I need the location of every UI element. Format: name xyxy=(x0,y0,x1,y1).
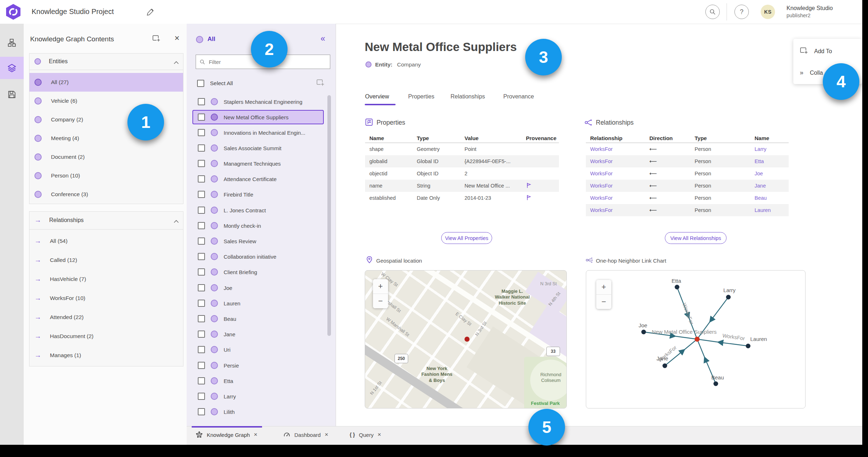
collapse-entities-chevron-up-icon[interactable] xyxy=(174,59,179,66)
list-item[interactable]: Client Briefing xyxy=(192,265,324,279)
item-checkbox[interactable] xyxy=(198,346,205,353)
item-checkbox[interactable] xyxy=(198,253,205,260)
list-item[interactable]: Managment Techniques xyxy=(192,156,324,171)
avatar[interactable]: KS xyxy=(761,5,775,19)
edit-title-pencil-icon[interactable] xyxy=(146,8,154,17)
relationship-type-row-all[interactable]: → All (54) xyxy=(29,231,183,250)
relationship-link[interactable]: WorksFor xyxy=(590,158,649,164)
list-item[interactable]: Joe xyxy=(192,281,324,295)
list-item[interactable]: Lilith xyxy=(192,405,324,419)
view-all-properties-button[interactable]: View All Properties xyxy=(441,232,492,244)
tab-knowledge-graph[interactable]: Knowledge Graph × xyxy=(196,431,257,438)
tab-query[interactable]: { } Query × xyxy=(350,431,381,438)
add-selection-to-map-icon[interactable] xyxy=(316,79,325,88)
relationship-link[interactable]: WorksFor xyxy=(590,207,649,213)
related-name-link[interactable]: Larry xyxy=(755,146,789,152)
list-item[interactable]: Persie xyxy=(192,358,324,373)
item-checkbox[interactable] xyxy=(198,191,205,198)
item-checkbox[interactable] xyxy=(198,237,205,245)
save-rail-button[interactable] xyxy=(0,83,24,106)
view-all-relationships-button[interactable]: View All Relationships xyxy=(665,232,727,244)
collapse-relationships-chevron-up-icon[interactable] xyxy=(174,218,179,225)
close-panel-button[interactable]: × xyxy=(174,33,179,43)
link-chart-canvas[interactable]: WorksFor WorksFor WorksFor Etta Larry Jo… xyxy=(586,270,806,408)
relationship-type-row-hasvehicle[interactable]: → HasVehicle (7) xyxy=(29,269,183,288)
close-tab-icon[interactable]: × xyxy=(378,431,381,438)
entity-type-row-person[interactable]: Person (10) xyxy=(29,166,183,185)
list-item[interactable]: Jane xyxy=(192,327,324,341)
list-item[interactable]: Attendance Certificate xyxy=(192,172,324,186)
node-beau[interactable] xyxy=(714,382,718,386)
node-jane[interactable] xyxy=(663,364,667,368)
tab-relationships[interactable]: Relationships xyxy=(451,93,485,100)
tab-overview[interactable]: Overview xyxy=(365,93,389,100)
map-canvas[interactable]: W Clay St Marshall St W Marshall St E Cl… xyxy=(365,270,567,408)
item-checkbox[interactable] xyxy=(198,114,205,121)
item-checkbox[interactable] xyxy=(198,98,205,105)
list-item[interactable]: Etta xyxy=(192,374,324,388)
related-name-link[interactable]: Lauren xyxy=(755,207,789,213)
relationship-type-row-hasdocument[interactable]: → HasDocument (2) xyxy=(29,327,183,346)
item-checkbox[interactable] xyxy=(198,408,205,415)
list-item[interactable]: Uri xyxy=(192,342,324,357)
relationship-link[interactable]: WorksFor xyxy=(590,146,649,152)
list-item[interactable]: Staplers Mechanical Engineering xyxy=(192,94,324,109)
close-tab-icon[interactable]: × xyxy=(325,431,328,438)
relationship-type-row-called[interactable]: → Called (12) xyxy=(29,250,183,269)
item-checkbox[interactable] xyxy=(198,315,205,322)
expand-rail-button[interactable]: » xyxy=(0,435,24,445)
list-item[interactable]: Sales Review xyxy=(192,234,324,248)
item-checkbox[interactable] xyxy=(198,144,205,152)
item-checkbox[interactable] xyxy=(198,222,205,229)
close-tab-icon[interactable]: × xyxy=(254,431,257,438)
zoom-out-button[interactable]: − xyxy=(596,294,611,309)
tab-provenance[interactable]: Provenance xyxy=(503,93,534,100)
tab-properties[interactable]: Properties xyxy=(408,93,434,100)
related-name-link[interactable]: Joe xyxy=(755,171,789,176)
item-checkbox[interactable] xyxy=(198,377,205,384)
list-item[interactable]: Firebird Title xyxy=(192,187,324,202)
relationship-link[interactable]: WorksFor xyxy=(590,195,649,201)
list-item[interactable]: Beau xyxy=(192,311,324,326)
relationship-type-row-worksfor[interactable]: → WorksFor (10) xyxy=(29,288,183,308)
collapse-list-panel-button[interactable]: « xyxy=(321,34,325,43)
relationship-type-row-attended[interactable]: → Attended (22) xyxy=(29,308,183,327)
collapse-panel-button[interactable]: » Colla xyxy=(800,69,823,77)
new-map-icon[interactable] xyxy=(152,34,161,44)
item-checkbox[interactable] xyxy=(198,331,205,338)
zoom-in-button[interactable]: + xyxy=(596,280,611,294)
provenance-flag-icon[interactable] xyxy=(526,194,559,202)
list-scrollbar[interactable] xyxy=(327,95,331,336)
search-button[interactable] xyxy=(705,5,720,19)
contents-rail-button[interactable] xyxy=(0,57,24,79)
related-name-link[interactable]: Etta xyxy=(755,158,789,164)
item-checkbox[interactable] xyxy=(198,129,205,136)
relationships-section-header[interactable]: → Relationships xyxy=(29,213,183,228)
add-to-button[interactable]: Add To xyxy=(800,47,832,56)
entity-type-row-all[interactable]: All (27) xyxy=(29,73,183,92)
list-item[interactable]: Sales Associate Summit xyxy=(192,141,324,155)
node-joe[interactable] xyxy=(641,330,646,334)
entity-type-row-conference[interactable]: Conference (3) xyxy=(29,185,183,204)
zoom-in-button[interactable]: + xyxy=(373,279,388,294)
item-checkbox[interactable] xyxy=(198,207,205,214)
item-checkbox[interactable] xyxy=(198,284,205,291)
list-item[interactable]: Lauren xyxy=(192,296,324,310)
relationship-link[interactable]: WorksFor xyxy=(590,183,649,189)
list-item-selected[interactable]: New Metal Office Suppliers xyxy=(192,110,324,124)
relationship-link[interactable]: WorksFor xyxy=(590,171,649,176)
item-checkbox[interactable] xyxy=(198,300,205,307)
item-checkbox[interactable] xyxy=(198,362,205,369)
entity-type-row-document[interactable]: Document (2) xyxy=(29,148,183,166)
item-checkbox[interactable] xyxy=(198,160,205,167)
tab-dashboard[interactable]: Dashboard × xyxy=(283,431,328,438)
node-etta[interactable] xyxy=(675,285,680,290)
node-larry[interactable] xyxy=(726,295,731,300)
related-name-link[interactable]: Jane xyxy=(755,183,789,189)
data-model-rail-button[interactable] xyxy=(0,32,24,54)
entities-section-header[interactable]: Entities xyxy=(29,54,183,69)
list-item[interactable]: Collaboration initiative xyxy=(192,249,324,264)
list-item[interactable]: Innovations in Mechanical Engin... xyxy=(192,125,324,140)
list-item[interactable]: L. Jones Contract xyxy=(192,203,324,217)
node-center-company[interactable] xyxy=(695,337,700,342)
